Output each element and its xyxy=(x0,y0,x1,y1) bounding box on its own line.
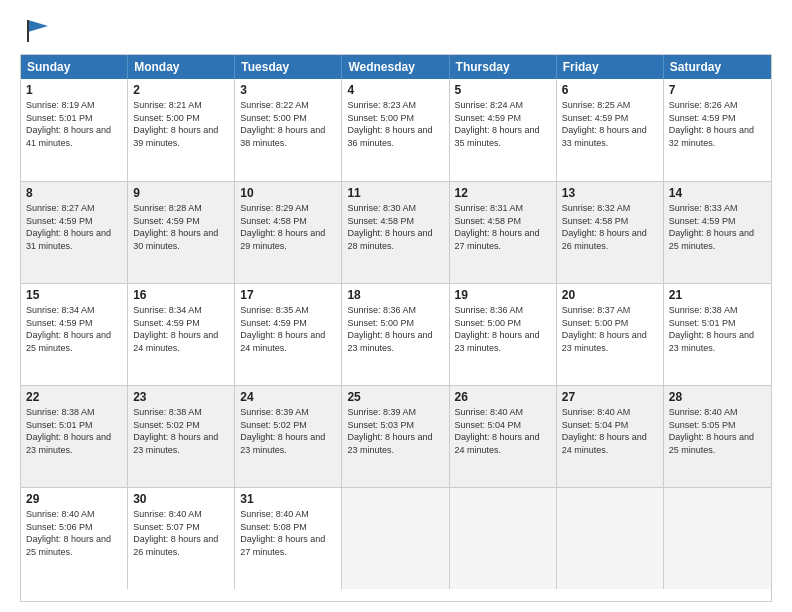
calendar-cell: 20Sunrise: 8:37 AMSunset: 5:00 PMDayligh… xyxy=(557,284,664,385)
calendar-grid: SundayMondayTuesdayWednesdayThursdayFrid… xyxy=(20,54,772,602)
day-number: 29 xyxy=(26,492,122,506)
day-number: 31 xyxy=(240,492,336,506)
calendar-cell: 14Sunrise: 8:33 AMSunset: 4:59 PMDayligh… xyxy=(664,182,771,283)
logo xyxy=(20,16,52,44)
calendar-cell xyxy=(450,488,557,589)
calendar-cell: 23Sunrise: 8:38 AMSunset: 5:02 PMDayligh… xyxy=(128,386,235,487)
calendar-header-day: Thursday xyxy=(450,55,557,79)
calendar-cell: 21Sunrise: 8:38 AMSunset: 5:01 PMDayligh… xyxy=(664,284,771,385)
calendar-cell: 11Sunrise: 8:30 AMSunset: 4:58 PMDayligh… xyxy=(342,182,449,283)
cell-text: Sunrise: 8:29 AMSunset: 4:58 PMDaylight:… xyxy=(240,202,336,252)
calendar-cell: 26Sunrise: 8:40 AMSunset: 5:04 PMDayligh… xyxy=(450,386,557,487)
day-number: 16 xyxy=(133,288,229,302)
calendar-cell: 22Sunrise: 8:38 AMSunset: 5:01 PMDayligh… xyxy=(21,386,128,487)
cell-text: Sunrise: 8:40 AMSunset: 5:06 PMDaylight:… xyxy=(26,508,122,558)
day-number: 18 xyxy=(347,288,443,302)
cell-text: Sunrise: 8:34 AMSunset: 4:59 PMDaylight:… xyxy=(26,304,122,354)
calendar-body: 1Sunrise: 8:19 AMSunset: 5:01 PMDaylight… xyxy=(21,79,771,589)
calendar-header-day: Monday xyxy=(128,55,235,79)
day-number: 25 xyxy=(347,390,443,404)
day-number: 27 xyxy=(562,390,658,404)
day-number: 3 xyxy=(240,83,336,97)
calendar-cell xyxy=(664,488,771,589)
day-number: 11 xyxy=(347,186,443,200)
cell-text: Sunrise: 8:21 AMSunset: 5:00 PMDaylight:… xyxy=(133,99,229,149)
calendar-cell xyxy=(557,488,664,589)
cell-text: Sunrise: 8:39 AMSunset: 5:02 PMDaylight:… xyxy=(240,406,336,456)
calendar-cell: 9Sunrise: 8:28 AMSunset: 4:59 PMDaylight… xyxy=(128,182,235,283)
cell-text: Sunrise: 8:36 AMSunset: 5:00 PMDaylight:… xyxy=(347,304,443,354)
day-number: 26 xyxy=(455,390,551,404)
calendar-header-day: Friday xyxy=(557,55,664,79)
calendar-cell xyxy=(342,488,449,589)
calendar-cell: 17Sunrise: 8:35 AMSunset: 4:59 PMDayligh… xyxy=(235,284,342,385)
calendar-row: 22Sunrise: 8:38 AMSunset: 5:01 PMDayligh… xyxy=(21,385,771,487)
calendar-cell: 28Sunrise: 8:40 AMSunset: 5:05 PMDayligh… xyxy=(664,386,771,487)
calendar-cell: 1Sunrise: 8:19 AMSunset: 5:01 PMDaylight… xyxy=(21,79,128,181)
calendar-cell: 30Sunrise: 8:40 AMSunset: 5:07 PMDayligh… xyxy=(128,488,235,589)
calendar-row: 29Sunrise: 8:40 AMSunset: 5:06 PMDayligh… xyxy=(21,487,771,589)
day-number: 22 xyxy=(26,390,122,404)
day-number: 15 xyxy=(26,288,122,302)
calendar-cell: 27Sunrise: 8:40 AMSunset: 5:04 PMDayligh… xyxy=(557,386,664,487)
cell-text: Sunrise: 8:38 AMSunset: 5:01 PMDaylight:… xyxy=(26,406,122,456)
day-number: 23 xyxy=(133,390,229,404)
calendar-cell: 13Sunrise: 8:32 AMSunset: 4:58 PMDayligh… xyxy=(557,182,664,283)
calendar-row: 1Sunrise: 8:19 AMSunset: 5:01 PMDaylight… xyxy=(21,79,771,181)
day-number: 2 xyxy=(133,83,229,97)
page-header xyxy=(20,16,772,44)
calendar-cell: 31Sunrise: 8:40 AMSunset: 5:08 PMDayligh… xyxy=(235,488,342,589)
cell-text: Sunrise: 8:19 AMSunset: 5:01 PMDaylight:… xyxy=(26,99,122,149)
day-number: 20 xyxy=(562,288,658,302)
svg-marker-0 xyxy=(28,20,48,32)
calendar-cell: 19Sunrise: 8:36 AMSunset: 5:00 PMDayligh… xyxy=(450,284,557,385)
day-number: 14 xyxy=(669,186,766,200)
cell-text: Sunrise: 8:25 AMSunset: 4:59 PMDaylight:… xyxy=(562,99,658,149)
calendar-row: 15Sunrise: 8:34 AMSunset: 4:59 PMDayligh… xyxy=(21,283,771,385)
calendar-cell: 3Sunrise: 8:22 AMSunset: 5:00 PMDaylight… xyxy=(235,79,342,181)
calendar-cell: 5Sunrise: 8:24 AMSunset: 4:59 PMDaylight… xyxy=(450,79,557,181)
cell-text: Sunrise: 8:23 AMSunset: 5:00 PMDaylight:… xyxy=(347,99,443,149)
cell-text: Sunrise: 8:22 AMSunset: 5:00 PMDaylight:… xyxy=(240,99,336,149)
cell-text: Sunrise: 8:30 AMSunset: 4:58 PMDaylight:… xyxy=(347,202,443,252)
calendar-cell: 25Sunrise: 8:39 AMSunset: 5:03 PMDayligh… xyxy=(342,386,449,487)
calendar-page: SundayMondayTuesdayWednesdayThursdayFrid… xyxy=(0,0,792,612)
cell-text: Sunrise: 8:38 AMSunset: 5:01 PMDaylight:… xyxy=(669,304,766,354)
day-number: 10 xyxy=(240,186,336,200)
calendar-cell: 2Sunrise: 8:21 AMSunset: 5:00 PMDaylight… xyxy=(128,79,235,181)
calendar-cell: 4Sunrise: 8:23 AMSunset: 5:00 PMDaylight… xyxy=(342,79,449,181)
calendar-header-day: Saturday xyxy=(664,55,771,79)
day-number: 13 xyxy=(562,186,658,200)
calendar-cell: 29Sunrise: 8:40 AMSunset: 5:06 PMDayligh… xyxy=(21,488,128,589)
calendar-cell: 18Sunrise: 8:36 AMSunset: 5:00 PMDayligh… xyxy=(342,284,449,385)
cell-text: Sunrise: 8:40 AMSunset: 5:07 PMDaylight:… xyxy=(133,508,229,558)
cell-text: Sunrise: 8:40 AMSunset: 5:05 PMDaylight:… xyxy=(669,406,766,456)
day-number: 19 xyxy=(455,288,551,302)
calendar-cell: 12Sunrise: 8:31 AMSunset: 4:58 PMDayligh… xyxy=(450,182,557,283)
cell-text: Sunrise: 8:32 AMSunset: 4:58 PMDaylight:… xyxy=(562,202,658,252)
calendar-cell: 7Sunrise: 8:26 AMSunset: 4:59 PMDaylight… xyxy=(664,79,771,181)
cell-text: Sunrise: 8:28 AMSunset: 4:59 PMDaylight:… xyxy=(133,202,229,252)
cell-text: Sunrise: 8:26 AMSunset: 4:59 PMDaylight:… xyxy=(669,99,766,149)
day-number: 1 xyxy=(26,83,122,97)
cell-text: Sunrise: 8:38 AMSunset: 5:02 PMDaylight:… xyxy=(133,406,229,456)
day-number: 24 xyxy=(240,390,336,404)
cell-text: Sunrise: 8:35 AMSunset: 4:59 PMDaylight:… xyxy=(240,304,336,354)
cell-text: Sunrise: 8:40 AMSunset: 5:08 PMDaylight:… xyxy=(240,508,336,558)
cell-text: Sunrise: 8:40 AMSunset: 5:04 PMDaylight:… xyxy=(455,406,551,456)
cell-text: Sunrise: 8:27 AMSunset: 4:59 PMDaylight:… xyxy=(26,202,122,252)
day-number: 30 xyxy=(133,492,229,506)
logo-flag-icon xyxy=(24,16,52,44)
cell-text: Sunrise: 8:37 AMSunset: 5:00 PMDaylight:… xyxy=(562,304,658,354)
calendar-cell: 24Sunrise: 8:39 AMSunset: 5:02 PMDayligh… xyxy=(235,386,342,487)
calendar-cell: 15Sunrise: 8:34 AMSunset: 4:59 PMDayligh… xyxy=(21,284,128,385)
cell-text: Sunrise: 8:39 AMSunset: 5:03 PMDaylight:… xyxy=(347,406,443,456)
day-number: 28 xyxy=(669,390,766,404)
cell-text: Sunrise: 8:34 AMSunset: 4:59 PMDaylight:… xyxy=(133,304,229,354)
cell-text: Sunrise: 8:31 AMSunset: 4:58 PMDaylight:… xyxy=(455,202,551,252)
calendar-cell: 10Sunrise: 8:29 AMSunset: 4:58 PMDayligh… xyxy=(235,182,342,283)
day-number: 8 xyxy=(26,186,122,200)
day-number: 6 xyxy=(562,83,658,97)
day-number: 5 xyxy=(455,83,551,97)
cell-text: Sunrise: 8:36 AMSunset: 5:00 PMDaylight:… xyxy=(455,304,551,354)
